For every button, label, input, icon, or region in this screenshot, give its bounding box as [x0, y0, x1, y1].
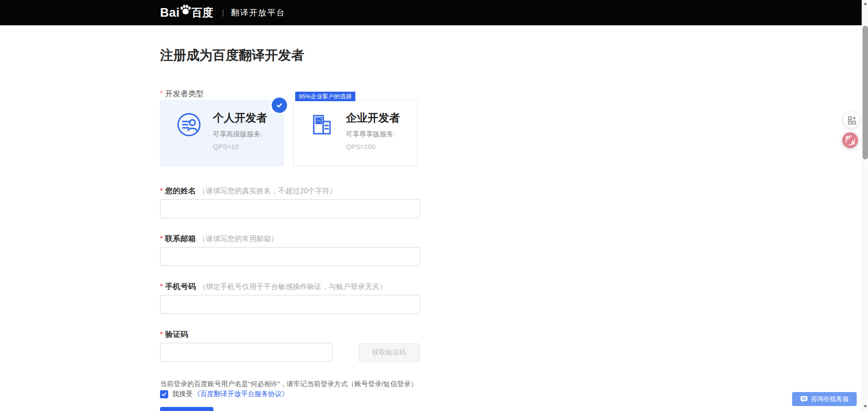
online-service-button[interactable]: 咨询在线客服	[792, 392, 857, 406]
scrollbar-down-arrow[interactable]	[863, 405, 867, 408]
baidu-logo[interactable]: Bai 百度	[160, 5, 213, 21]
name-input[interactable]	[160, 199, 420, 218]
enterprise-badge: 95%企业客户的选择	[295, 92, 355, 101]
personal-developer-title: 个人开发者	[213, 112, 267, 124]
scrollbar-up-arrow[interactable]	[863, 2, 867, 5]
scrollbar-thumb[interactable]	[863, 26, 868, 159]
baidu-paw-icon	[179, 5, 191, 17]
developer-type-personal-card[interactable]: 个人开发者 可享高级版服务: QPS=10	[160, 100, 283, 166]
top-header: Bai 百度 ｜ 翻译开放平台	[0, 0, 868, 25]
get-captcha-button[interactable]: 获取验证码	[359, 343, 420, 362]
captcha-label: *验证码	[160, 329, 868, 340]
required-mark: *	[160, 90, 163, 98]
field-email: *联系邮箱（请填写您的常用邮箱）	[160, 234, 868, 266]
translate-a-glyph: A	[851, 140, 855, 146]
captcha-input[interactable]	[160, 343, 333, 362]
chat-bubble-icon	[800, 396, 808, 403]
scrollbar	[862, 0, 868, 411]
agreement-link[interactable]: 《百度翻译开放平台服务协议》	[193, 390, 288, 398]
baidu-logo-cn: 百度	[192, 5, 213, 20]
enterprise-developer-qps: QPS=100	[346, 143, 400, 150]
personal-developer-qps: QPS=10	[213, 143, 267, 150]
field-name: *您的姓名（请填写您的真实姓名，不超过20个字符）	[160, 186, 868, 218]
field-captcha: *验证码 获取验证码	[160, 329, 868, 362]
apps-grid-icon	[847, 116, 856, 125]
platform-name: 翻译开放平台	[231, 7, 285, 18]
registration-form: 注册成为百度翻译开发者 *开发者类型	[0, 25, 868, 411]
account-note: 当前登录的百度账号用户名是“何必相许”，请牢记当前登录方式（账号登录/短信登录）	[160, 379, 868, 389]
developer-type-options: 个人开发者 可享高级版服务: QPS=10 95%企业客户的选择	[160, 100, 868, 166]
header-divider: ｜	[220, 8, 227, 18]
phone-input[interactable]	[160, 295, 420, 314]
agreement-checkbox[interactable]	[160, 390, 168, 398]
email-input[interactable]	[160, 247, 420, 266]
personal-developer-icon	[177, 112, 201, 139]
page-title: 注册成为百度翻译开发者	[160, 25, 868, 63]
phone-label: *手机号码（绑定手机号仅用于平台敏感操作验证，与账户登录无关）	[160, 281, 868, 292]
developer-type-enterprise-card[interactable]: 95%企业客户的选择 企业开发者 可享尊享版服务:	[293, 100, 417, 166]
baidu-logo-latin: Bai	[160, 6, 180, 20]
email-hint: （请填写您的常用邮箱）	[198, 235, 278, 243]
developer-type-label: *开发者类型	[160, 89, 868, 99]
agreement-row: 我接受 《百度翻译开放平台服务协议》	[160, 390, 868, 398]
registration-page: Bai 百度 ｜ 翻译开放平台 注册成为百度翻译开发者 *开发者类型	[0, 0, 868, 411]
field-phone: *手机号码（绑定手机号仅用于平台敏感操作验证，与账户登录无关）	[160, 281, 868, 314]
translate-zh-glyph: 中	[845, 135, 850, 141]
apps-widget-button[interactable]	[844, 112, 859, 128]
submit-button[interactable]	[160, 407, 213, 411]
translate-widget-button[interactable]: 中 A	[842, 132, 858, 148]
selected-check-icon	[272, 98, 287, 113]
email-label: *联系邮箱（请填写您的常用邮箱）	[160, 234, 868, 244]
phone-hint: （绑定手机号仅用于平台敏感操作验证，与账户登录无关）	[198, 283, 387, 290]
enterprise-developer-icon	[310, 112, 334, 139]
agree-text: 我接受	[172, 390, 193, 398]
name-hint: （请填写您的真实姓名，不超过20个字符）	[198, 187, 337, 195]
personal-developer-desc: 可享高级版服务:	[213, 130, 267, 139]
checkbox-check-icon	[161, 392, 167, 397]
enterprise-developer-title: 企业开发者	[346, 112, 400, 124]
online-service-label: 咨询在线客服	[811, 395, 849, 403]
name-label: *您的姓名（请填写您的真实姓名，不超过20个字符）	[160, 186, 868, 196]
enterprise-developer-desc: 可享尊享版服务:	[346, 130, 400, 139]
